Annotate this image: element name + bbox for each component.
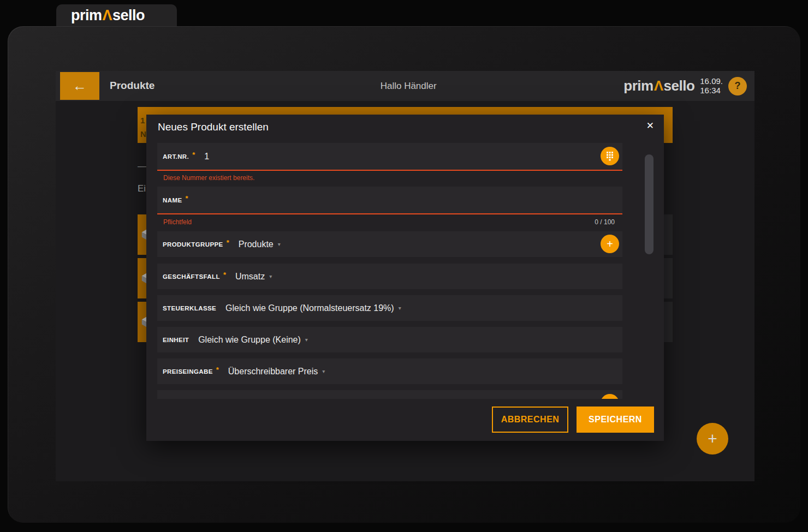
app-bar-right: primΛsello 16.09. 16:34 ?	[623, 71, 747, 101]
logo-text-sello: sello	[664, 77, 695, 94]
geschaeftsfall-dropdown[interactable]: GESCHÄFTSFALL * Umsatz ▾	[157, 264, 622, 289]
primasello-logo-small: primΛsello	[623, 77, 694, 94]
primasello-logo: primΛsello	[71, 7, 145, 24]
close-icon: ✕	[646, 121, 654, 131]
logo-text-prim: prim	[71, 7, 102, 23]
chevron-down-icon: ▾	[278, 241, 281, 247]
required-asterisk: *	[185, 194, 188, 202]
date-text: 16.09.	[700, 77, 723, 86]
app-window: 1 N — Ei + ← Produkte Hallo Händler	[8, 26, 800, 523]
steuerklasse-value: Gleich wie Gruppe (Normalsteuersatz 19%)	[225, 303, 394, 313]
einheit-dropdown[interactable]: EINHEIT Gleich wie Gruppe (Keine) ▾	[157, 327, 622, 352]
keypad-icon	[605, 151, 614, 161]
name-label: NAME	[163, 197, 182, 204]
required-asterisk: *	[192, 151, 195, 159]
back-arrow-icon: ←	[73, 77, 87, 94]
char-counter: 0 / 100	[595, 218, 615, 226]
datetime-display: 16.09. 16:34	[700, 77, 723, 95]
chevron-down-icon: ▾	[399, 305, 401, 311]
artnr-value: 1	[204, 152, 209, 162]
required-asterisk: *	[223, 271, 226, 279]
artnr-label: ART.NR.	[163, 153, 189, 160]
time-text: 16:34	[700, 86, 723, 95]
einheit-value: Gleich wie Gruppe (Keine)	[198, 335, 301, 345]
steuerklasse-label: STEUERKLASSE	[163, 305, 216, 312]
cancel-button[interactable]: ABBRECHEN	[492, 407, 568, 433]
brand-tab: primΛsello	[56, 4, 177, 26]
plus-icon: +	[607, 238, 613, 250]
modal-scrollbar[interactable]	[645, 154, 653, 254]
new-product-modal: Neues Produkt erstellen ✕ ART.NR. * 1	[146, 115, 664, 441]
logo-text-sello: sello	[112, 7, 145, 23]
required-asterisk: *	[227, 238, 229, 247]
chevron-down-icon: ▾	[305, 337, 308, 343]
back-button[interactable]: ←	[60, 72, 99, 100]
einheit-label: EINHEIT	[163, 337, 189, 343]
logo-lambda-icon: Λ	[102, 7, 113, 23]
artnr-error: Diese Nummer existiert bereits.	[163, 174, 254, 182]
steuerklasse-dropdown[interactable]: STEUERKLASSE Gleich wie Gruppe (Normalst…	[157, 295, 622, 321]
plus-icon: +	[708, 429, 717, 447]
modal-title: Neues Produkt erstellen	[158, 121, 269, 133]
produktgruppe-value: Produkte	[239, 240, 274, 249]
produktgruppe-dropdown[interactable]: PRODUKTGRUPPE * Produkte ▾ +	[157, 231, 622, 257]
produktgruppe-label: PRODUKTGRUPPE	[163, 241, 223, 248]
close-button[interactable]: ✕	[646, 120, 654, 131]
add-product-fab[interactable]: +	[697, 423, 728, 455]
geschaeftsfall-value: Umsatz	[235, 272, 265, 282]
clipped-description-text: Ei	[138, 183, 146, 194]
app-bar: ← Produkte Hallo Händler primΛsello 16.0…	[56, 71, 754, 101]
chevron-down-icon: ▾	[269, 273, 272, 279]
help-button[interactable]: ?	[728, 77, 747, 95]
question-mark-icon: ?	[735, 80, 741, 91]
add-group-button[interactable]: +	[601, 235, 619, 253]
geschaeftsfall-label: GESCHÄFTSFALL	[163, 273, 220, 280]
preiseingabe-label: PREISEINGABE	[163, 368, 213, 375]
produkte-page: 1 N — Ei + ← Produkte Hallo Händler	[56, 71, 754, 481]
greeting-text: Hallo Händler	[381, 81, 437, 92]
name-field[interactable]: NAME *	[157, 187, 622, 214]
keypad-button[interactable]	[601, 147, 619, 165]
logo-text-prim: prim	[623, 77, 653, 94]
logo-lambda-icon: Λ	[653, 77, 664, 94]
artnr-field[interactable]: ART.NR. * 1	[157, 143, 622, 171]
save-button[interactable]: SPEICHERN	[577, 407, 654, 433]
preiseingabe-dropdown[interactable]: PREISEINGABE * Überschreibbarer Preis ▾	[157, 358, 622, 384]
tab-indicator: —	[138, 162, 146, 171]
page-title: Produkte	[110, 80, 155, 92]
required-asterisk: *	[216, 366, 219, 374]
chevron-down-icon: ▾	[322, 368, 325, 374]
preiseingabe-value: Überschreibbarer Preis	[228, 367, 318, 376]
name-error: Pflichtfeld	[163, 218, 192, 226]
